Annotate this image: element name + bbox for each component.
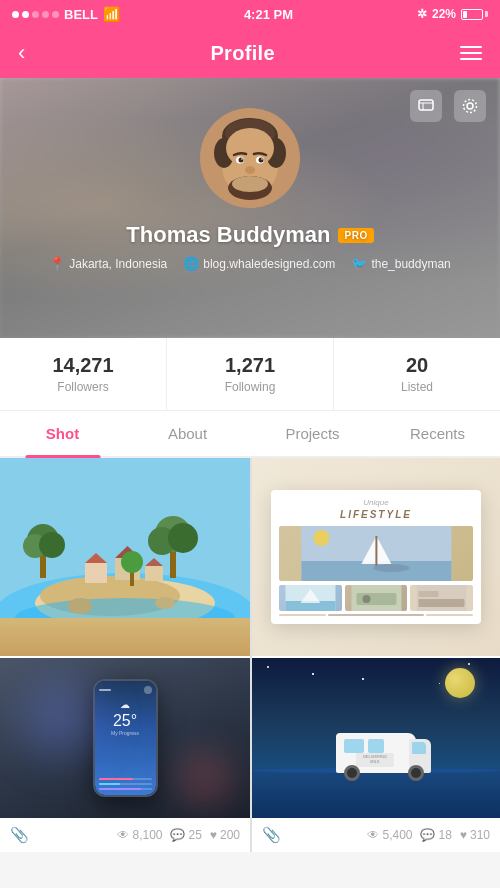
shots-grid: 📎 👁 10,678 💬 40 ♥ 90 Unique LI [0,458,500,852]
status-left: BELL 📶 [12,6,120,22]
stat-followers[interactable]: 14,271 Followers [0,338,167,410]
likes-stat-3: ♥ 200 [210,828,240,842]
eye-icon-4: 👁 [367,828,379,842]
tab-shot[interactable]: Shot [0,411,125,456]
svg-point-40 [68,598,92,614]
heart-icon-4: ♥ [460,828,467,842]
stat-following[interactable]: 1,271 Following [167,338,334,410]
status-bar: BELL 📶 4:21 PM ✲ 22% [0,0,500,28]
back-button[interactable]: ‹ [18,40,25,66]
following-count: 1,271 [167,354,333,377]
svg-point-49 [313,530,329,546]
tab-recents[interactable]: Recents [375,411,500,456]
user-location: 📍 Jakarta, Indonesia [49,256,167,271]
svg-point-28 [39,532,65,558]
grid-item-1[interactable]: 📎 👁 10,678 💬 40 ♥ 90 [0,458,250,656]
clip-icon-3: 📎 [10,826,29,844]
tab-projects[interactable]: Projects [250,411,375,456]
svg-rect-0 [419,100,433,110]
listed-label: Listed [334,380,500,394]
location-icon: 📍 [49,256,65,271]
status-right: ✲ 22% [417,7,488,21]
eye-icon-3: 👁 [117,828,129,842]
svg-point-20 [232,176,268,192]
content-tabs: Shot About Projects Recents [0,411,500,458]
svg-point-55 [362,595,370,603]
user-name: Thomas Buddyman PRO [126,222,373,248]
item-4-footer: 📎 👁 5,400 💬 18 ♥ 310 [252,818,500,852]
svg-rect-57 [419,599,465,607]
menu-button[interactable] [460,46,482,60]
stat-listed[interactable]: 20 Listed [334,338,500,410]
grid-item-3[interactable]: ☁ 25° My Progress [0,658,250,852]
svg-rect-37 [145,566,163,581]
svg-point-48 [373,564,409,572]
comment-icon-3: 💬 [170,828,185,842]
comments-stat-4: 💬 18 [420,828,451,842]
webdesign-illustration: Unique LIFESTYLE [252,458,500,656]
space-illustration: DELIVERINGMILK [252,658,500,818]
svg-rect-56 [417,585,467,611]
avatar [200,108,300,212]
wifi-icon: 📶 [103,6,120,22]
pro-badge: PRO [338,228,373,243]
svg-point-11 [226,128,274,168]
svg-point-15 [259,158,264,163]
grid-item-4[interactable]: DELIVERINGMILK 📎 👁 5,400 💬 18 [252,658,500,852]
likes-stat-4: ♥ 310 [460,828,490,842]
phone-illustration: ☁ 25° My Progress [0,658,250,818]
globe-icon: 🌐 [183,256,199,271]
grid-item-2[interactable]: Unique LIFESTYLE [252,458,500,656]
item-3-footer: 📎 👁 8,100 💬 25 ♥ 200 [0,818,250,852]
svg-point-43 [121,551,143,573]
svg-point-32 [168,523,198,553]
hero-section: Thomas Buddyman PRO 📍 Jakarta, Indonesia… [0,78,500,338]
app-header: ‹ Profile [0,28,500,78]
user-twitter[interactable]: 🐦 the_buddyman [351,256,450,271]
hero-actions [410,90,486,122]
battery-icon [461,9,488,20]
svg-point-41 [155,597,175,609]
followers-count: 14,271 [0,354,166,377]
twitter-icon: 🐦 [351,256,367,271]
listed-count: 20 [334,354,500,377]
clip-icon-4: 📎 [262,826,281,844]
svg-point-3 [467,103,473,109]
user-website[interactable]: 🌐 blog.whaledesigned.com [183,256,335,271]
views-stat-4: 👁 5,400 [367,828,412,842]
heart-icon-3: ♥ [210,828,217,842]
following-label: Following [167,380,333,394]
signal-dots [12,11,59,18]
svg-rect-58 [419,591,439,597]
svg-point-4 [464,100,477,113]
user-info-row: 📍 Jakarta, Indonesia 🌐 blog.whaledesigne… [39,256,461,271]
comment-icon-4: 💬 [420,828,435,842]
svg-point-17 [261,158,263,160]
settings-button[interactable] [454,90,486,122]
bluetooth-icon: ✲ [417,7,427,21]
page-title: Profile [210,42,274,65]
tab-about[interactable]: About [125,411,250,456]
battery-percent: 22% [432,7,456,21]
svg-rect-47 [375,536,377,566]
status-time: 4:21 PM [244,7,293,22]
svg-rect-33 [85,563,107,583]
svg-point-18 [245,166,255,174]
svg-point-16 [241,158,243,160]
stats-row: 14,271 Followers 1,271 Following 20 List… [0,338,500,411]
comments-stat-3: 💬 25 [170,828,201,842]
views-stat-3: 👁 8,100 [117,828,162,842]
svg-point-14 [239,158,244,163]
message-button[interactable] [410,90,442,122]
carrier-label: BELL [64,7,98,22]
followers-label: Followers [0,380,166,394]
island-illustration [0,458,250,656]
